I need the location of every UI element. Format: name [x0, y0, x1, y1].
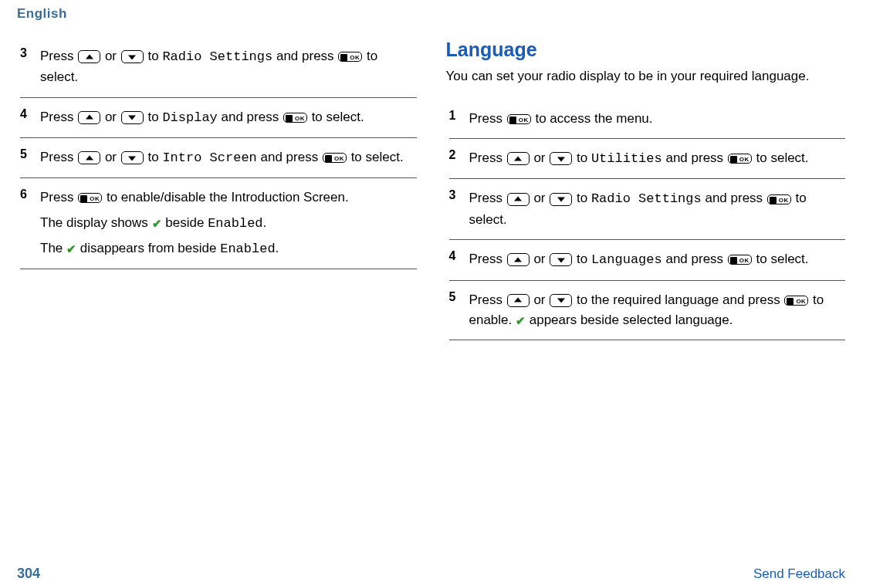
ok-button-icon	[323, 153, 347, 163]
step-paragraph: Press or to Radio Settings and press to …	[469, 188, 846, 230]
step-body: Press or to the required language and pr…	[469, 290, 846, 331]
down-button-icon	[121, 151, 144, 164]
ok-button-icon	[78, 193, 102, 203]
footer: 304 Send Feedback	[17, 566, 845, 582]
ok-button-icon	[728, 154, 752, 164]
step-paragraph: Press or to Intro Screen and press to se…	[40, 147, 417, 168]
step-number: 6	[20, 188, 40, 259]
step-paragraph: Press to access the menu.	[469, 109, 846, 129]
step-number: 4	[449, 249, 469, 270]
checkmark-icon: ✔	[516, 312, 526, 329]
step-number: 1	[449, 109, 469, 129]
ok-button-icon	[338, 52, 362, 62]
up-button-icon	[78, 111, 100, 124]
ok-button-icon	[283, 113, 307, 123]
menu-option: Enabled	[208, 216, 262, 231]
step-number: 5	[20, 147, 40, 168]
down-button-icon	[121, 50, 144, 63]
step-number: 3	[449, 188, 469, 230]
step-number: 3	[20, 46, 40, 88]
ok-button-icon	[507, 114, 531, 124]
step-item: 1Press to access the menu.	[449, 100, 846, 139]
step-number: 2	[449, 148, 469, 169]
left-column: 3Press or to Radio Settings and press to…	[17, 37, 417, 340]
down-button-icon	[550, 152, 572, 165]
step-item: 3Press or to Radio Settings and press to…	[449, 179, 846, 240]
step-item: 6Press to enable/disable the Introductio…	[20, 178, 417, 269]
send-feedback-link[interactable]: Send Feedback	[753, 566, 845, 582]
step-item: 4Press or to Display and press to select…	[20, 98, 417, 138]
step-item: 5Press or to Intro Screen and press to s…	[20, 138, 417, 178]
menu-option: Languages	[591, 252, 662, 267]
step-number: 5	[449, 290, 469, 331]
step-body: Press or to Intro Screen and press to se…	[40, 147, 417, 168]
down-button-icon	[550, 193, 572, 206]
checkmark-icon: ✔	[152, 215, 162, 232]
step-body: Press or to Languages and press to selec…	[469, 249, 846, 270]
step-paragraph: Press or to Radio Settings and press to …	[40, 46, 417, 88]
step-body: Press to access the menu.	[469, 109, 846, 129]
step-paragraph: The ✔ disappears from beside Enabled.	[40, 238, 417, 259]
down-button-icon	[550, 253, 572, 266]
down-button-icon	[550, 294, 572, 307]
step-body: Press or to Display and press to select.	[40, 107, 417, 128]
ok-button-icon	[784, 296, 808, 306]
menu-option: Intro Screen	[162, 150, 256, 165]
step-paragraph: Press to enable/disable the Introduction…	[40, 188, 417, 208]
step-body: Press or to Utilities and press to selec…	[469, 148, 846, 169]
page-number: 304	[17, 566, 40, 582]
ok-button-icon	[767, 194, 791, 204]
step-body: Press to enable/disable the Introduction…	[40, 188, 417, 259]
up-button-icon	[507, 253, 530, 266]
content-columns: 3Press or to Radio Settings and press to…	[17, 37, 845, 340]
step-paragraph: Press or to Utilities and press to selec…	[469, 148, 846, 169]
step-item: 3Press or to Radio Settings and press to…	[20, 37, 417, 98]
right-column: Language You can set your radio display …	[446, 37, 846, 340]
right-steps-list: 1Press to access the menu.2Press or to U…	[449, 100, 846, 340]
up-button-icon	[78, 151, 100, 164]
ok-button-icon	[728, 255, 752, 265]
step-item: 4Press or to Languages and press to sele…	[449, 240, 846, 280]
up-button-icon	[78, 50, 100, 63]
step-number: 4	[20, 107, 40, 128]
step-paragraph: Press or to Languages and press to selec…	[469, 249, 846, 270]
up-button-icon	[507, 193, 530, 206]
left-steps-list: 3Press or to Radio Settings and press to…	[20, 37, 417, 269]
up-button-icon	[507, 294, 530, 307]
step-item: 5Press or to the required language and p…	[449, 281, 846, 341]
step-paragraph: The display shows ✔ beside Enabled.	[40, 213, 417, 234]
step-paragraph: Press or to the required language and pr…	[469, 290, 846, 331]
step-body: Press or to Radio Settings and press to …	[40, 46, 417, 88]
step-item: 2Press or to Utilities and press to sele…	[449, 139, 846, 179]
menu-option: Radio Settings	[162, 49, 272, 64]
menu-option: Utilities	[591, 151, 662, 166]
header-language: English	[17, 6, 845, 22]
page: English 3Press or to Radio Settings and …	[0, 0, 873, 588]
down-button-icon	[121, 111, 144, 124]
section-intro: You can set your radio display to be in …	[446, 67, 846, 86]
up-button-icon	[507, 152, 530, 165]
menu-option: Enabled	[220, 242, 275, 256]
menu-option: Display	[162, 110, 217, 125]
menu-option: Radio Settings	[591, 191, 702, 206]
step-body: Press or to Radio Settings and press to …	[469, 188, 846, 230]
checkmark-icon: ✔	[66, 240, 76, 258]
section-title: Language	[446, 39, 846, 61]
step-paragraph: Press or to Display and press to select.	[40, 107, 417, 128]
